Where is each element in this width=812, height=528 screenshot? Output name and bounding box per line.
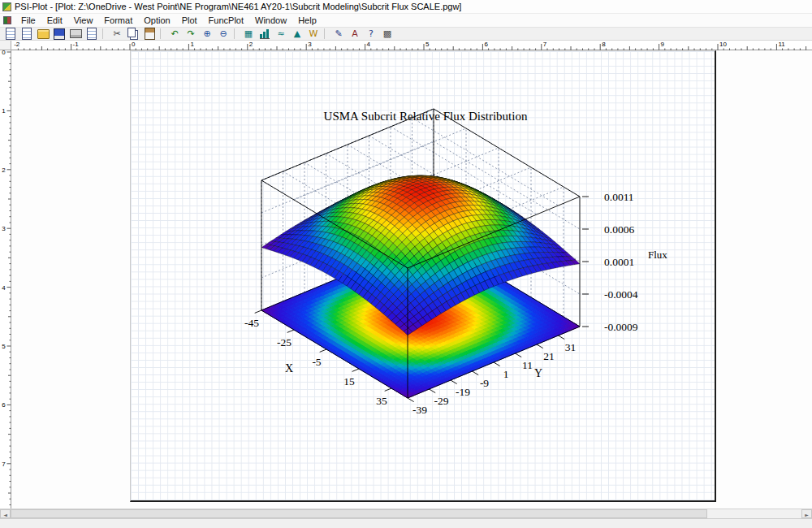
print-preview-shape xyxy=(87,28,97,40)
menu-file[interactable]: File xyxy=(15,15,41,26)
redo-icon[interactable]: ↷ xyxy=(184,28,198,41)
menu-items: FileEditViewFormatOptionPlotFuncPlotWind… xyxy=(15,15,322,25)
toolbar-separator xyxy=(234,28,238,39)
cut-glyph: ✂ xyxy=(113,29,120,38)
save-file-shape xyxy=(54,28,65,40)
zoom-out-icon[interactable]: ⊖ xyxy=(216,28,231,41)
print-shape xyxy=(70,29,82,38)
new-plot-shape xyxy=(22,28,32,40)
copy-shape xyxy=(127,28,136,37)
help-glyph: ? xyxy=(369,29,374,38)
scroll-thumb[interactable] xyxy=(11,509,707,518)
paste-shape xyxy=(145,28,155,40)
zoom-in-glyph: ⊕ xyxy=(203,29,210,38)
ruler-corner xyxy=(0,41,11,50)
open-file-icon[interactable] xyxy=(36,28,50,41)
surface-plot-icon[interactable]: ▲ xyxy=(290,28,304,41)
toolbar-separator xyxy=(160,28,164,39)
undo-glyph: ↶ xyxy=(171,29,178,38)
paste-icon[interactable] xyxy=(142,28,157,41)
open-file-shape xyxy=(37,29,50,39)
bar-chart-shape xyxy=(260,28,270,39)
new-worksheet-shape xyxy=(6,28,15,40)
title-bar: PSI-Plot - [Plot: Z:\OneDrive - West Poi… xyxy=(0,0,812,14)
draw-tool-glyph: ✎ xyxy=(335,29,342,38)
new-plot-icon[interactable] xyxy=(19,28,34,41)
help-icon[interactable]: ? xyxy=(364,28,378,41)
line-plot-glyph: ≈ xyxy=(277,29,284,38)
zoom-out-glyph: ⊖ xyxy=(219,29,227,38)
new-worksheet-icon[interactable] xyxy=(3,28,18,41)
plot-page xyxy=(130,50,716,502)
toolbar-separator xyxy=(324,28,328,39)
menu-edit[interactable]: Edit xyxy=(41,15,68,26)
bar-chart-icon[interactable] xyxy=(257,28,272,41)
menu-bar: FileEditViewFormatOptionPlotFuncPlotWind… xyxy=(0,14,812,27)
menu-window[interactable]: Window xyxy=(249,15,292,26)
save-file-icon[interactable] xyxy=(52,28,67,41)
menu-help[interactable]: Help xyxy=(292,15,322,26)
menu-option[interactable]: Option xyxy=(138,15,175,26)
toolbar-separator xyxy=(102,28,106,39)
word-export-glyph: W xyxy=(309,29,318,38)
menu-plot[interactable]: Plot xyxy=(176,15,203,26)
zoom-in-icon[interactable]: ⊕ xyxy=(200,28,214,41)
text-tool-glyph: A xyxy=(352,29,358,38)
text-tool-icon[interactable]: A xyxy=(348,28,362,41)
line-plot-icon[interactable]: ≈ xyxy=(274,28,288,41)
print-preview-icon[interactable] xyxy=(84,28,99,41)
worksheet-view-glyph: ▦ xyxy=(244,29,253,38)
plot-window-icon[interactable] xyxy=(3,16,11,24)
toolbar: ✂↶↷⊕⊖▦≈▲W✎A?▩ xyxy=(0,27,812,41)
horizontal-scrollbar[interactable]: ◄ ► xyxy=(0,509,812,518)
app-icon xyxy=(2,2,11,11)
plot-canvas[interactable] xyxy=(11,50,812,509)
menu-funcplot[interactable]: FuncPlot xyxy=(203,15,249,26)
surface-plot-glyph: ▲ xyxy=(294,29,300,38)
scroll-right-button[interactable]: ► xyxy=(801,509,812,518)
menu-format[interactable]: Format xyxy=(98,15,138,26)
redo-glyph: ↷ xyxy=(187,29,194,38)
print-icon[interactable] xyxy=(68,28,83,41)
draw-tool-icon[interactable]: ✎ xyxy=(331,28,346,41)
worksheet-view-icon[interactable]: ▦ xyxy=(241,28,256,41)
cut-icon[interactable]: ✂ xyxy=(110,28,124,41)
options-icon[interactable]: ▩ xyxy=(380,28,395,41)
vertical-ruler xyxy=(0,50,11,509)
horizontal-ruler xyxy=(11,41,812,50)
options-glyph: ▩ xyxy=(383,29,391,38)
copy-icon[interactable] xyxy=(126,28,140,41)
status-bar: Cursor Location on Rulers: x-> 0.61, y->… xyxy=(0,518,812,528)
menu-view[interactable]: View xyxy=(68,15,99,26)
undo-icon[interactable]: ↶ xyxy=(167,28,182,41)
scroll-left-button[interactable]: ◄ xyxy=(0,509,11,518)
word-export-icon[interactable]: W xyxy=(306,28,321,41)
window-title: PSI-Plot - [Plot: Z:\OneDrive - West Poi… xyxy=(15,2,461,11)
